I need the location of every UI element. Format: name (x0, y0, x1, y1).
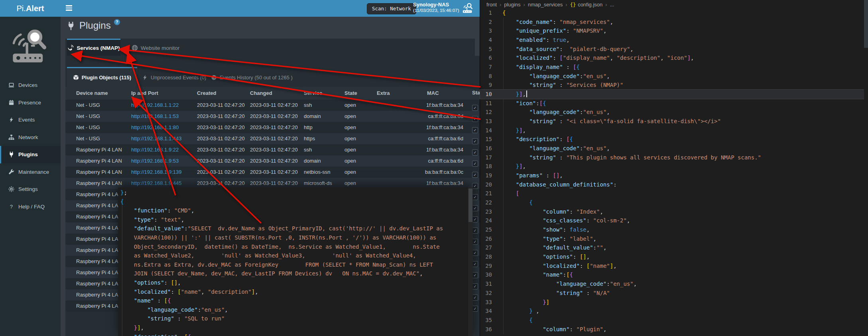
col-service[interactable]: Service (304, 90, 322, 96)
sidebar-item-devices[interactable]: Devices (0, 77, 61, 94)
status-checkbox[interactable]: ✓ (472, 261, 478, 267)
subtab-events-history[interactable]: Events History (50 out of 1265 ) (211, 68, 293, 87)
col-changed[interactable]: Changed (250, 90, 272, 96)
vscode-editor-panel: front›plugins›nmap_services›{}config.jso… (480, 0, 868, 336)
table-row: Net - USGhttp://192.168.1.1:802023-03-11… (65, 122, 480, 133)
cell-ip-port-link[interactable]: http://192.168.1.1:22 (131, 102, 179, 108)
hamburger-menu-icon[interactable] (66, 5, 73, 12)
cell-device-name: Raspberry Pi 4 LAN (76, 225, 122, 231)
line-number: 16 (480, 144, 499, 153)
cell-mac: ca:ff:ff:ca:ba:6d (400, 158, 463, 164)
status-checkbox[interactable]: ✓ (472, 283, 478, 289)
sidebar: DevicesPresenceEventsNetworkPluginsMaint… (0, 17, 61, 336)
cell-mac: ca:ff:ff:ca:ba:6d (400, 136, 463, 141)
code-line: "name" : [{ (120, 296, 467, 305)
status-checkbox[interactable]: ✓ (472, 194, 478, 200)
line-number: 21 (480, 189, 499, 198)
status-checkbox[interactable]: ✓ (472, 138, 478, 144)
status-checkbox[interactable]: ✓ (472, 183, 478, 189)
sidebar-item-maintenance[interactable]: Maintenance (0, 163, 61, 181)
status-checkbox[interactable]: ✓ (472, 127, 478, 133)
sidebar-item-label: Network (18, 134, 38, 140)
code-line: "description": [{ (120, 332, 467, 336)
breadcrumb-segment[interactable]: ... (610, 2, 614, 8)
line-number: 3 (480, 26, 499, 35)
overlay-scrollbar[interactable] (468, 187, 473, 336)
sidebar-item-label: Settings (18, 186, 38, 192)
col-mac[interactable]: MAC (427, 90, 439, 96)
line-number: 8 (480, 72, 499, 81)
status-checkbox[interactable]: ✓ (472, 216, 478, 222)
line-number: 28 (480, 252, 499, 261)
help-badge[interactable]: ? (114, 19, 120, 25)
subtab-unprocessed-events[interactable]: Unprocessed Events (0) (142, 68, 206, 87)
col-state[interactable]: State (344, 90, 357, 96)
status-checkbox[interactable]: ✓ (472, 105, 478, 111)
table-header: Device name Ip and Port Created Changed … (65, 87, 480, 100)
status-checkbox[interactable]: ✓ (472, 272, 478, 278)
code-line: "type": "text", (120, 215, 467, 224)
cell-ip-port-link[interactable]: http://192.168.1.1:80 (131, 124, 179, 130)
editor-line: 23 "column": "Index", (480, 207, 868, 216)
breadcrumb-segment[interactable]: front (486, 2, 497, 8)
cell-service: https (304, 136, 315, 141)
status-checkbox[interactable]: ✓ (472, 161, 478, 167)
cell-changed: 2023-03-11 02:47:20 (250, 169, 298, 175)
status-checkbox[interactable]: ✓ (472, 116, 478, 122)
editor-line: 2 "code_name": "nmap_services", (480, 18, 868, 27)
sidebar-item-presence[interactable]: Presence (0, 94, 61, 112)
cell-ip-port-link[interactable]: http://192.168.1.1:53 (131, 113, 179, 119)
editor-line: 1{ (480, 8, 868, 18)
cell-device-name: Raspberry Pi 4 LAN (76, 269, 122, 275)
editor-code[interactable]: 1{2 "code_name": "nmap_services",3 "uniq… (480, 8, 868, 334)
cell-ip-port-link[interactable]: http://192.168.1.9:445 (131, 180, 182, 186)
tab-services-nmap[interactable]: Services (NMAP) (67, 39, 120, 56)
brand-logo[interactable]: Pi.Alert (0, 0, 61, 17)
sidebar-item-settings[interactable]: Settings (0, 181, 61, 198)
line-number: 13 (480, 117, 499, 126)
sidebar-item-network[interactable]: Network (0, 129, 61, 146)
cell-mac: ba:ba:ff:ca:ba:0c (400, 169, 463, 175)
status-checkbox[interactable]: ✓ (472, 239, 478, 245)
editor-line: 25 "show": false, (480, 225, 868, 234)
subtab-plugin-objects[interactable]: Plugin Objects (115) (67, 68, 137, 87)
sidebar-item-help-faq[interactable]: ?Help / FAQ (0, 198, 61, 216)
json-file-icon: {} (570, 2, 576, 8)
line-number: 23 (480, 207, 499, 216)
breadcrumb-segment[interactable]: plugins (504, 2, 520, 8)
status-checkbox[interactable]: ✓ (472, 228, 478, 234)
overlay-code[interactable]: };{ "function": "CMD", "type": "text", "… (120, 188, 467, 336)
status-checkbox[interactable]: ✓ (472, 295, 478, 301)
status-checkbox[interactable]: ✓ (472, 306, 478, 312)
editor-line: 33 }] (480, 298, 868, 307)
editor-line: 34 } , (480, 307, 868, 316)
breadcrumb-segment[interactable]: nmap_services (528, 2, 563, 8)
col-extra[interactable]: Extra (377, 90, 390, 96)
col-device-name[interactable]: Device name (76, 90, 108, 96)
cell-device-name: Net - USG (76, 124, 100, 130)
cell-ip-port-link[interactable]: http://192.168.1.9:22 (131, 147, 179, 153)
cell-ip-port-link[interactable]: http://192.168.1.9:139 (131, 169, 182, 175)
editor-scrollbar[interactable] (864, 0, 868, 336)
editor-line: 5 "data_source": "pialert-db-query", (480, 45, 868, 54)
sidebar-item-plugins[interactable]: Plugins (0, 146, 61, 163)
tab-website-monitor[interactable]: Website monitor (126, 40, 185, 56)
cell-created: 2023-03-11 02:47:20 (197, 136, 245, 141)
col-created[interactable]: Created (197, 90, 216, 96)
host-timestamp: (11/03/2023, 15:46:07) (413, 8, 459, 13)
clock-icon (211, 75, 217, 81)
status-checkbox[interactable]: ✓ (472, 149, 478, 155)
breadcrumb-segment[interactable]: config.json (578, 2, 602, 8)
cell-service: netbios-ssn (304, 169, 330, 175)
status-checkbox[interactable]: ✓ (472, 205, 478, 211)
col-ip-and-port[interactable]: Ip and Port (131, 90, 158, 96)
cell-ip-port-link[interactable]: http://192.168.1.1:443 (131, 136, 182, 141)
cell-ip-port-link[interactable]: http://192.168.1.9:53 (131, 158, 179, 164)
status-checkbox[interactable]: ✓ (472, 250, 478, 256)
cell-changed: 2023-03-11 02:47:20 (250, 113, 298, 119)
plug-icon (67, 22, 75, 30)
plug-icon (8, 151, 14, 157)
sidebar-item-events[interactable]: Events (0, 111, 61, 129)
status-checkbox[interactable]: ✓ (472, 172, 478, 178)
router-scan-icon[interactable] (462, 2, 474, 14)
